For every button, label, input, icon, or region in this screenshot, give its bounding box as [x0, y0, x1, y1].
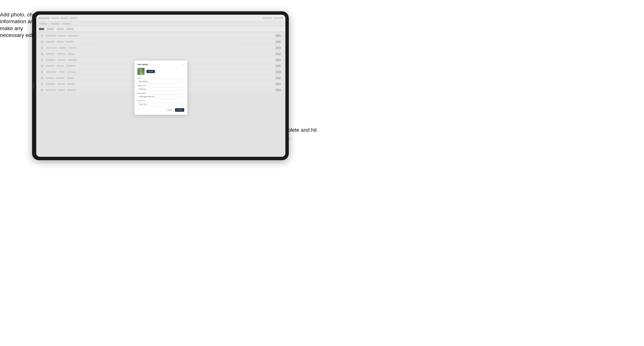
annotation-right-text2: .: [289, 134, 290, 140]
tablet-screen: User details × Upload Name Dis: [36, 15, 286, 157]
tablet-frame: User details × Upload Name Dis: [32, 11, 289, 160]
email-field-group: Email address: [138, 92, 184, 98]
clear-icon[interactable]: ✕: [180, 103, 182, 105]
tablet-side-button: [33, 83, 34, 89]
cancel-button[interactable]: Cancel: [165, 108, 174, 112]
save-label: Save: [179, 109, 182, 111]
school-year-input-wrap: ✕ ⌃: [138, 102, 184, 106]
school-year-label: School Year: [138, 100, 184, 102]
name-input[interactable]: [138, 80, 184, 83]
name-label: Name: [138, 77, 184, 79]
photo-image: [138, 68, 144, 75]
user-photo-thumbnail: [138, 68, 144, 75]
modal-title-bar: User details ×: [138, 63, 184, 66]
upload-photo-button[interactable]: Upload: [146, 70, 155, 73]
display-name-input[interactable]: [138, 87, 184, 91]
email-label: Email address: [138, 92, 184, 94]
modal-footer: Cancel ⬆ Save: [138, 108, 184, 112]
school-year-input[interactable]: [138, 102, 184, 106]
modal-close-button[interactable]: ×: [183, 63, 184, 66]
user-details-modal: User details × Upload Name Dis: [134, 60, 187, 115]
expand-icon[interactable]: ⌃: [182, 103, 183, 105]
save-icon: ⬆: [177, 109, 178, 111]
name-field-group: Name: [138, 77, 184, 83]
school-year-field-group: School Year ✕ ⌃: [138, 100, 184, 106]
modal-title: User details: [138, 63, 148, 66]
save-button[interactable]: ⬆ Save: [175, 108, 184, 112]
display-name-label: Display name: [138, 85, 184, 86]
photo-section: Upload: [138, 68, 184, 75]
email-input[interactable]: [138, 95, 184, 98]
display-name-field-group: Display name: [138, 85, 184, 91]
modal-overlay: User details × Upload Name Dis: [36, 15, 286, 157]
school-year-icons: ✕ ⌃: [180, 103, 183, 105]
